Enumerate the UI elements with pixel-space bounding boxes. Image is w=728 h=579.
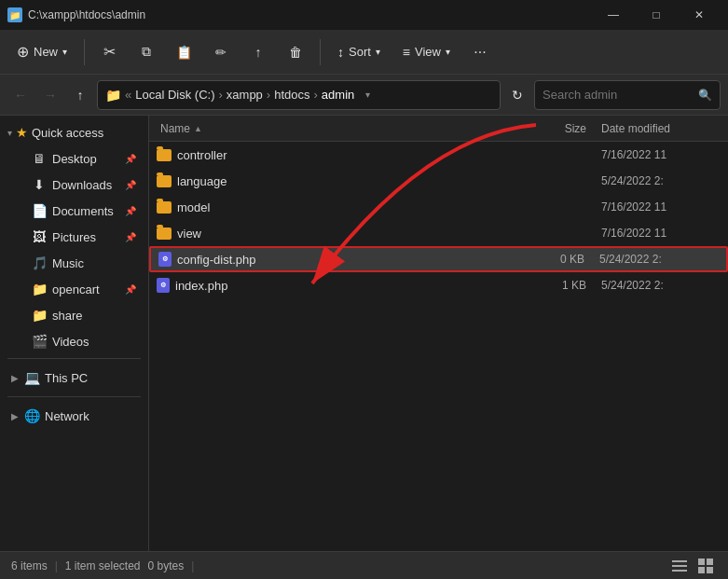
file-name-cell: language (153, 174, 519, 188)
window-controls: — □ ✕ (592, 0, 721, 30)
address-bar: ← → ↑ 📁 « Local Disk (C:) › xampp › htdo… (0, 75, 728, 116)
sidebar-item-pictures[interactable]: 🖼 Pictures 📌 (4, 224, 144, 250)
file-name: config-dist.php (177, 253, 256, 267)
sidebar-item-music[interactable]: 🎵 Music (4, 250, 144, 276)
documents-icon: 📄 (32, 203, 47, 218)
file-name-cell: ⚙ config-dist.php (155, 252, 517, 267)
sort-label: Sort (349, 45, 371, 59)
list-view-button[interactable] (668, 555, 691, 577)
file-list-header: Name ▲ Size Date modified (149, 116, 728, 142)
new-button[interactable]: ⊕ New ▾ (7, 35, 76, 69)
this-pc-expand-icon: ▶ (11, 373, 19, 383)
svg-rect-5 (698, 567, 705, 573)
paste-icon: 📋 (176, 45, 192, 60)
file-date-cell: 7/16/2022 11 (594, 227, 724, 240)
new-label: New (34, 45, 58, 59)
search-box[interactable]: 🔍 (534, 80, 721, 110)
breadcrumb-dropdown-icon[interactable]: ▾ (358, 86, 377, 104)
rename-button[interactable]: ✏ (204, 35, 238, 69)
close-button[interactable]: ✕ (678, 0, 721, 30)
share-button[interactable]: ↑ (241, 35, 275, 69)
folder-icon (157, 149, 172, 161)
column-size[interactable]: Size (519, 122, 594, 135)
view-button[interactable]: ≡ View ▾ (393, 35, 460, 69)
svg-rect-1 (672, 565, 687, 567)
pictures-pin-icon: 📌 (124, 230, 137, 243)
up-button[interactable]: ↑ (67, 82, 93, 108)
breadcrumb-xampp: xampp (227, 88, 263, 102)
videos-icon: 🎬 (32, 334, 47, 349)
cut-icon: ✂ (103, 43, 116, 61)
network-icon: 🌐 (24, 408, 39, 423)
forward-button[interactable]: → (37, 82, 63, 108)
copy-button[interactable]: ⧉ (130, 35, 163, 69)
sort-button[interactable]: ↕ Sort ▾ (328, 35, 390, 69)
sidebar-item-opencart[interactable]: 📁 opencart 📌 (4, 276, 144, 302)
more-button[interactable]: ··· (463, 35, 497, 69)
file-size-cell: 0 KB (517, 253, 592, 266)
folder-icon (157, 175, 172, 187)
file-row[interactable]: language 5/24/2022 2: (149, 168, 728, 194)
toolbar-separator-2 (320, 39, 321, 65)
svg-rect-0 (672, 560, 687, 562)
file-row[interactable]: ⚙ index.php 1 KB 5/24/2022 2: (149, 272, 728, 298)
breadcrumb-admin: admin (322, 88, 354, 102)
cut-button[interactable]: ✂ (92, 35, 126, 69)
file-date-cell: 7/16/2022 11 (594, 200, 724, 214)
window-icon: 📁 (7, 7, 22, 22)
music-label: Music (52, 256, 137, 270)
sidebar-item-share[interactable]: 📁 share (4, 302, 144, 328)
file-row[interactable]: view 7/16/2022 11 (149, 220, 728, 246)
refresh-button[interactable]: ↻ (504, 82, 530, 108)
file-name: index.php (175, 279, 227, 293)
back-button[interactable]: ← (7, 82, 34, 108)
breadcrumb-htdocs: htdocs (274, 88, 309, 102)
breadcrumb-local-disk: Local Disk (C:) (135, 88, 214, 102)
view-label: View (415, 45, 441, 59)
selected-size: 0 bytes (148, 559, 185, 572)
sidebar-item-desktop[interactable]: 🖥 Desktop 📌 (4, 145, 144, 172)
title-bar: 📁 C:\xampp\htdocs\admin — □ ✕ (0, 0, 728, 30)
svg-rect-4 (707, 558, 713, 565)
selected-info: 1 item selected (65, 559, 141, 572)
opencart-pin-icon: 📌 (124, 283, 137, 296)
sidebar-item-this-pc[interactable]: ▶ 💻 This PC (4, 363, 144, 393)
sidebar-item-videos[interactable]: 🎬 Videos (4, 328, 144, 354)
network-expand-icon: ▶ (11, 411, 19, 421)
column-size-label: Size (565, 122, 586, 135)
search-input[interactable] (543, 88, 693, 102)
file-date-cell: 5/24/2022 2: (592, 253, 722, 266)
maximize-button[interactable]: □ (635, 0, 678, 30)
breadcrumb-sep-1: › (218, 88, 222, 102)
this-pc-label: This PC (45, 371, 137, 385)
file-name-cell: ⚙ index.php (153, 278, 519, 293)
grid-view-button[interactable] (694, 555, 717, 577)
breadcrumb[interactable]: 📁 « Local Disk (C:) › xampp › htdocs › a… (97, 80, 501, 110)
column-date[interactable]: Date modified (594, 122, 724, 135)
svg-rect-6 (707, 567, 713, 573)
file-row[interactable]: model 7/16/2022 11 (149, 194, 728, 220)
column-name[interactable]: Name ▲ (153, 122, 519, 135)
delete-icon: 🗑 (289, 45, 302, 60)
file-area: Name ▲ Size Date modified controller 7/1… (149, 116, 728, 551)
file-name-cell: controller (153, 148, 519, 162)
delete-button[interactable]: 🗑 (279, 35, 312, 69)
sidebar-item-network[interactable]: ▶ 🌐 Network (4, 401, 144, 431)
file-row[interactable]: controller 7/16/2022 11 (149, 142, 728, 168)
quick-access-header[interactable]: ▾ ★ Quick access (4, 119, 144, 145)
paste-button[interactable]: 📋 (167, 35, 200, 69)
rename-icon: ✏ (215, 45, 227, 60)
sidebar-divider-2 (7, 396, 141, 397)
sidebar-item-documents[interactable]: 📄 Documents 📌 (4, 198, 144, 224)
minimize-button[interactable]: — (592, 0, 635, 30)
file-name-cell: model (153, 200, 519, 214)
php-file-icon: ⚙ (158, 252, 172, 267)
sidebar-item-downloads[interactable]: ⬇ Downloads 📌 (4, 172, 144, 198)
breadcrumb-folder-icon: 📁 (105, 88, 121, 103)
videos-label: Videos (52, 335, 137, 349)
toolbar-separator-1 (84, 39, 85, 65)
selected-file-row[interactable]: ⚙ config-dist.php 0 KB 5/24/2022 2: (149, 246, 728, 272)
sidebar-divider-1 (7, 358, 141, 359)
folder-icon (157, 201, 172, 214)
share-label: share (52, 309, 137, 323)
